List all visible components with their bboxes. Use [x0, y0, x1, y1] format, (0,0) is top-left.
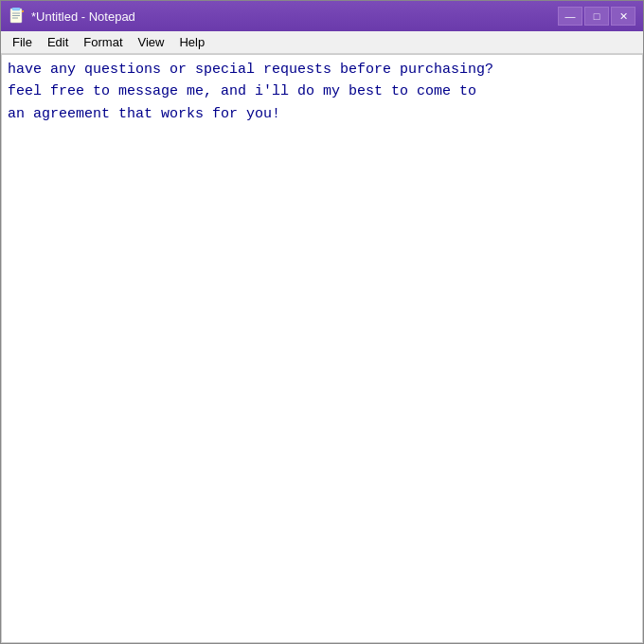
svg-rect-1 — [12, 8, 20, 10]
menu-help[interactable]: Help — [171, 33, 212, 51]
title-bar: *Untitled - Notepad — □ ✕ — [1, 1, 643, 31]
window-title: *Untitled - Notepad — [31, 9, 552, 24]
maximize-button[interactable]: □ — [584, 7, 609, 26]
notepad-window: *Untitled - Notepad — □ ✕ File Edit Form… — [0, 0, 644, 644]
minimize-button[interactable]: — — [558, 7, 582, 26]
close-button[interactable]: ✕ — [611, 7, 635, 26]
menu-format[interactable]: Format — [76, 33, 130, 51]
menu-file[interactable]: File — [5, 33, 40, 51]
notepad-icon — [9, 8, 26, 25]
editor-area[interactable]: have any questions or special requests b… — [1, 54, 643, 643]
window-controls: — □ ✕ — [558, 7, 635, 26]
menu-edit[interactable]: Edit — [40, 33, 76, 51]
editor-content[interactable]: have any questions or special requests b… — [8, 59, 636, 125]
menu-bar: File Edit Format View Help — [1, 31, 643, 54]
menu-view[interactable]: View — [131, 33, 172, 51]
